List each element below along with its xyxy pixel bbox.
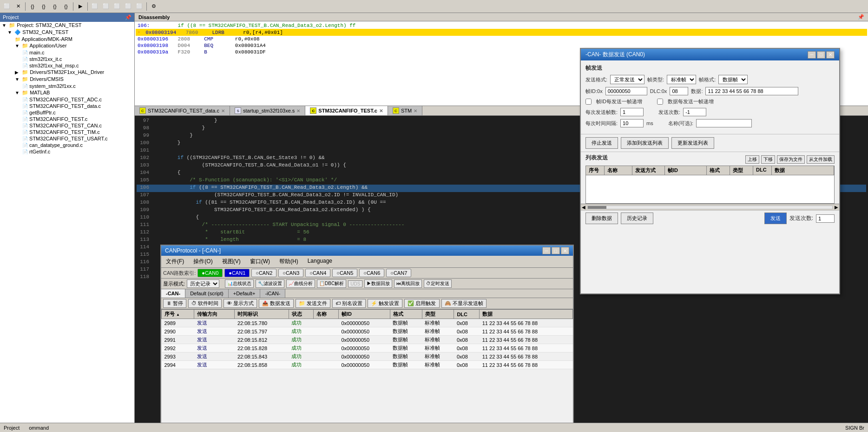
add-to-list-btn[interactable]: 添加到发送列表 [621,137,669,149]
name-input[interactable] [696,119,752,127]
tab-startup[interactable]: S startup_stm32f103xe.s ✕ [230,106,305,115]
update-list-btn[interactable]: 更新发送列表 [671,137,714,149]
sidebar-pin-icon[interactable]: 📌 [125,14,132,20]
win-maximize-btn[interactable]: □ [552,247,560,254]
sidebar-item-stm32-test[interactable]: ▼ 🔷 STM32_CAN_TEST [0,29,134,36]
bottom-send-count-input[interactable] [816,214,835,223]
can-tab-can4[interactable]: ○CAN4 [305,269,330,277]
toolbar-btn-7[interactable]: ⬜ [101,1,111,12]
dialog-close-btn[interactable]: ✕ [826,51,835,59]
menu-view[interactable]: 视图(V) [219,257,243,266]
delete-data-btn[interactable]: 删除数据 [585,213,618,224]
tab-test-c[interactable]: C STM32CANFIFO_TEST.c ✕ [305,106,388,115]
menu-help[interactable]: 帮助(H) [276,257,301,266]
can-tab-can0[interactable]: ●CAN0 [197,269,223,277]
data-replay-btn[interactable]: ▶数据回放 [364,279,392,288]
disassembly-pin[interactable]: 📌 [858,14,864,20]
tab-data-c-close[interactable]: ✕ [221,108,225,113]
data-input[interactable] [705,87,798,95]
col-name[interactable]: 名称 [314,310,339,319]
col-time[interactable]: 时间标识 [235,310,289,319]
sidebar-item-app-mdk[interactable]: 📁 Application/MDK-ARM [0,36,134,42]
sidebar-item-matlab[interactable]: ▼ 📁 MATLAB [0,89,134,96]
send-btn[interactable]: 发送 [764,213,787,224]
dialog-minimize-btn[interactable]: ─ [808,51,816,59]
hide-send-frame-btn[interactable]: 🙈 不显示发送帧 [441,299,487,308]
toolbar-btn-play[interactable]: ▶ [75,1,85,12]
can-content-tab-can[interactable]: -CAN- [161,289,185,298]
stop-send-btn[interactable]: 停止发送 [585,137,618,149]
win-minimize-btn[interactable]: ─ [542,247,551,254]
toolbar-btn-9[interactable]: ⬜ [123,1,133,12]
alias-settings-btn[interactable]: 🏷 别名设置 [332,299,366,308]
send-mode-select[interactable]: 正常发送 [610,75,644,84]
sidebar-item-project-root[interactable]: ▼ 📁 Project: STM32_CAN_TEST [0,22,134,29]
can-content-tab-ican[interactable]: -iCAN- [260,289,285,298]
data-inc-checkbox[interactable] [657,99,663,105]
win-close-btn[interactable]: ✕ [561,247,569,254]
col-data[interactable]: 数据 [480,310,573,319]
toolbar-btn-3[interactable]: {} [39,1,49,12]
toolbar-btn-5[interactable]: {} [61,1,71,12]
sidebar-item-data-c[interactable]: 📄 STM32CANFIFO_TEST_data.c [0,103,134,109]
send-count-input[interactable] [620,108,644,116]
sidebar-item-main-c[interactable]: 📄 main.c [0,49,134,56]
interval-input[interactable] [620,119,644,127]
display-mode-select[interactable]: 历史记录 [187,279,219,288]
dialog-maximize-btn[interactable]: □ [817,51,825,59]
data-send-btn[interactable]: 📤 数据发送 [259,299,294,308]
dbc-parse-btn[interactable]: 📋DBC解析 [317,279,346,288]
can-tab-can1[interactable]: ●CAN1 [224,269,250,277]
offline-replay-btn[interactable]: ⏮离线回放 [394,279,422,288]
timed-send-btn[interactable]: ⏱定时发送 [424,279,452,288]
sidebar-item-tim-c[interactable]: 📄 STM32CANFIFO_TEST_TIM.c [0,129,134,135]
sidebar-item-drivers-stm32[interactable]: ▶ 📁 Drivers/STM32F1xx_HAL_Driver [0,69,134,76]
history-btn[interactable]: 历史记录 [621,213,653,224]
col-format[interactable]: 格式 [390,310,422,319]
frame-id-input[interactable] [605,87,647,95]
scrollbar-track[interactable] [587,206,833,209]
col-type[interactable]: 类型 [422,310,454,319]
can-tab-can2[interactable]: ○CAN2 [251,269,276,277]
sidebar-item-adc-c[interactable]: 📄 STM32CANFIFO_TEST_ADC.c [0,96,134,103]
menu-file[interactable]: 文件(F) [163,257,187,266]
dlc-input[interactable] [670,87,688,95]
frame-type-select[interactable]: 标准帧 [667,75,696,84]
toolbar-btn-10[interactable]: ⬜ [134,1,145,12]
toolbar-btn-8[interactable]: ⬜ [112,1,122,12]
can-content-tab-default-plus[interactable]: +Default+ [229,289,261,298]
sidebar-item-usart-c[interactable]: 📄 STM32CANFIFO_TEST_USART.c [0,135,134,142]
toolbar-btn-close[interactable]: ✕ [13,1,23,12]
sidebar-item-stm32f1xx-it[interactable]: 📄 stm32f1xx_it.c [0,56,134,62]
col-frame-id[interactable]: 帧ID [338,310,390,319]
up-btn[interactable]: 上移 [745,155,759,164]
sidebar-item-rtgetinf-c[interactable]: 📄 rtGetInf.c [0,148,134,155]
trigger-settings-btn[interactable]: ⚡ 触发设置 [368,299,402,308]
enable-trigger-btn[interactable]: ✅ 启用触发 [404,299,439,308]
load-file-btn[interactable]: 从文件加载 [807,155,835,164]
down-btn[interactable]: 下移 [761,155,775,164]
frame-format-select[interactable]: 数据帧 [718,75,748,84]
menu-language[interactable]: Language [305,257,335,266]
total-count-input[interactable] [683,108,706,116]
frame-id-inc-checkbox[interactable] [585,99,592,105]
menu-operation[interactable]: 操作(O) [191,257,215,266]
curve-analysis-btn[interactable]: 📈曲线分析 [286,279,315,288]
scrollbar-thumb[interactable] [588,206,606,209]
col-state[interactable]: 状态 [289,310,314,319]
col-dlc[interactable]: DLC [454,310,480,319]
bus-state-btn[interactable]: 📊总线状态 [225,279,254,288]
can-tab-can6[interactable]: ○CAN6 [359,269,384,277]
tab-test-c-close[interactable]: ✕ [379,108,383,113]
sidebar-item-test-c[interactable]: 📄 STM32CANFIFO_TEST.c [0,116,134,122]
toolbar-btn-2[interactable]: {} [27,1,38,12]
filter-settings-btn[interactable]: 🔧滤波设置 [256,279,284,288]
col-seq[interactable]: 序号 ▲ [162,310,194,319]
tab-stm[interactable]: C STM ✕ [388,106,422,115]
software-time-btn[interactable]: ⏱ 软件时间 [188,299,222,308]
can-content-tab-default-script[interactable]: Default (script) [185,289,229,298]
toolbar-btn-4[interactable]: {} [50,1,60,12]
send-file-btn[interactable]: 📁 发送文件 [296,299,330,308]
can-tab-can5[interactable]: ○CAN5 [332,269,357,277]
can-tab-can7[interactable]: ○CAN7 [386,269,411,277]
